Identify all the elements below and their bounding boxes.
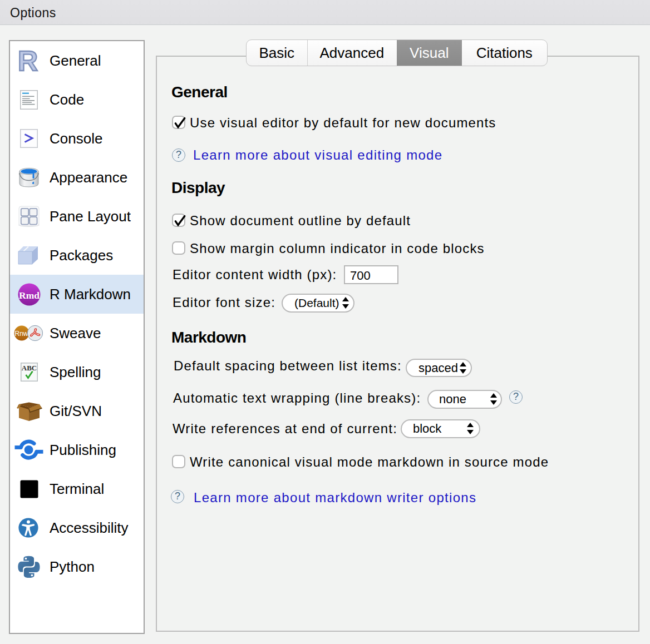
svg-text:R: R (18, 47, 38, 74)
svg-text:ABC: ABC (21, 364, 36, 372)
svg-text:Rmd: Rmd (19, 289, 40, 300)
svg-text:Rnw: Rnw (14, 330, 28, 338)
